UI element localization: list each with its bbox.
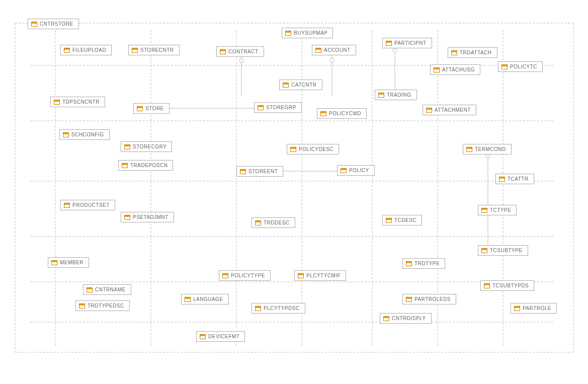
table-icon — [406, 297, 412, 302]
entity-cntrdisply[interactable]: CNTRDISPLY — [380, 313, 432, 324]
entity-store[interactable]: STORE — [133, 103, 170, 114]
table-icon — [31, 22, 37, 27]
entity-trdtype[interactable]: TRDTYPE — [402, 258, 445, 269]
svg-point-23 — [239, 58, 243, 62]
entity-tctype[interactable]: TCTYPE — [478, 205, 517, 215]
table-icon — [406, 261, 412, 266]
entity-cntrstore[interactable]: CNTRSTORE — [28, 19, 79, 29]
table-icon — [499, 177, 505, 182]
entity-label: STOREGRP — [266, 105, 296, 110]
entity-termcond[interactable]: TERMCOND — [463, 144, 512, 155]
table-icon — [255, 306, 261, 311]
table-icon — [285, 31, 291, 36]
entity-label: PSETADJMNT — [133, 214, 169, 220]
entity-label: ATTACHMENT — [435, 107, 471, 113]
table-icon — [386, 218, 392, 223]
table-icon — [87, 287, 93, 292]
table-icon — [51, 260, 57, 265]
table-icon — [258, 105, 264, 110]
entity-policytype[interactable]: POLICYTYPE — [219, 270, 271, 281]
entity-label: STORE — [145, 106, 164, 111]
entity-attachusg[interactable]: ATTACHUSG — [430, 64, 480, 75]
entity-policydesc[interactable]: POLICYDESC — [287, 144, 339, 155]
entity-psetadjmnt[interactable]: PSETADJMNT — [121, 212, 174, 222]
entity-storeent[interactable]: STOREENT — [236, 166, 283, 177]
entity-tcattr[interactable]: TCATTR — [495, 174, 534, 184]
entity-storecntr[interactable]: STORECNTR — [128, 45, 180, 55]
entity-partrole[interactable]: PARTROLE — [511, 303, 557, 314]
entity-label: POLICYCMD — [329, 111, 361, 116]
entity-buysupmap[interactable]: BUYSUPMAP — [282, 28, 333, 38]
entity-label: TCSUBTYPE — [490, 248, 523, 253]
entity-productset[interactable]: PRODUCTSET — [60, 200, 115, 210]
entity-contract[interactable]: CONTRACT — [216, 46, 264, 57]
entity-label: CATCNTR — [291, 82, 317, 88]
entity-trdtypedsc[interactable]: TRDTYPEDSC — [75, 300, 130, 311]
entity-tcsubtypds[interactable]: TCSUBTYPDS — [480, 280, 534, 291]
table-icon — [320, 111, 326, 116]
entity-attachment[interactable]: ATTACHMENT — [423, 105, 476, 115]
table-icon — [290, 147, 296, 152]
entity-label: TRDTYPE — [414, 261, 440, 266]
entity-label: TRADING — [387, 92, 411, 98]
entity-policycmd[interactable]: POLICYCMD — [317, 108, 367, 119]
entity-cntrname[interactable]: CNTRNAME — [83, 284, 131, 295]
entity-plcytypdsc[interactable]: PLCYTYPDSC — [251, 303, 305, 314]
entity-label: TRDATTACH — [460, 50, 492, 55]
entity-label: PARTROLE — [523, 305, 551, 311]
entity-label: CNTRNAME — [95, 287, 126, 292]
entity-storegrp[interactable]: STOREGRP — [254, 102, 302, 113]
table-icon — [451, 50, 457, 55]
entity-policy[interactable]: POLICY — [337, 165, 375, 176]
table-icon — [122, 163, 128, 168]
table-icon — [64, 48, 70, 53]
entity-fileupload[interactable]: FILEUPLOAD — [60, 45, 112, 55]
table-icon — [386, 41, 392, 46]
entity-account[interactable]: ACCOUNT — [312, 45, 356, 55]
entity-tdpscncntr[interactable]: TDPSCNCNTR — [50, 97, 105, 107]
entity-label: CNTRSTORE — [40, 21, 73, 27]
entity-label: FILEUPLOAD — [72, 47, 106, 53]
entity-label: PLCYTYPDSC — [264, 305, 300, 311]
entity-label: CNTRDISPLY — [392, 316, 426, 321]
table-icon — [466, 147, 472, 152]
entity-member[interactable]: MEMBER — [48, 257, 89, 268]
entity-label: PLCYTYCMIF — [306, 273, 341, 278]
table-icon — [132, 48, 138, 53]
entity-catcntr[interactable]: CATCNTR — [279, 80, 322, 90]
entity-schconfig[interactable]: SCHCONFIG — [59, 129, 110, 140]
entity-trddesc[interactable]: TRDDESC — [251, 217, 295, 228]
entity-tradeposcn[interactable]: TRADEPOSCN — [118, 160, 173, 171]
entity-partroleds[interactable]: PARTROLEDS — [402, 294, 456, 304]
entity-plcytycmif[interactable]: PLCYTYCMIF — [294, 270, 346, 281]
entity-participnt[interactable]: PARTICIPNT — [382, 38, 432, 48]
table-icon — [185, 297, 191, 302]
entity-label: POLICYTYPE — [231, 273, 265, 278]
table-icon — [298, 273, 304, 278]
svg-point-24 — [330, 58, 334, 62]
table-icon — [63, 132, 69, 137]
entity-devicefmt[interactable]: DEVICEFMT — [196, 331, 245, 342]
entity-trdattach[interactable]: TRDATTACH — [448, 47, 497, 58]
entity-trading[interactable]: TRADING — [375, 90, 417, 100]
entity-tcsubtype[interactable]: TCSUBTYPE — [478, 245, 528, 256]
entity-tcdesc[interactable]: TCDESC — [382, 215, 422, 225]
table-icon — [481, 248, 487, 253]
entity-label: DEVICEFMT — [208, 334, 239, 339]
table-icon — [200, 334, 206, 339]
table-icon — [481, 208, 487, 213]
entity-label: TERMCOND — [475, 146, 506, 152]
table-icon — [220, 49, 226, 54]
table-icon — [54, 100, 60, 105]
table-icon — [383, 316, 389, 321]
entity-policytc[interactable]: POLICYTC — [498, 61, 543, 72]
entity-label: POLICY — [349, 168, 369, 173]
table-icon — [124, 144, 130, 149]
entity-language[interactable]: LANGUAGE — [181, 294, 229, 304]
table-icon — [315, 48, 321, 53]
entity-storecgry[interactable]: STORECGRY — [121, 141, 172, 152]
table-icon — [240, 169, 246, 174]
entity-label: TCDESC — [394, 217, 416, 223]
entity-label: ACCOUNT — [324, 47, 351, 53]
table-icon — [341, 168, 347, 173]
